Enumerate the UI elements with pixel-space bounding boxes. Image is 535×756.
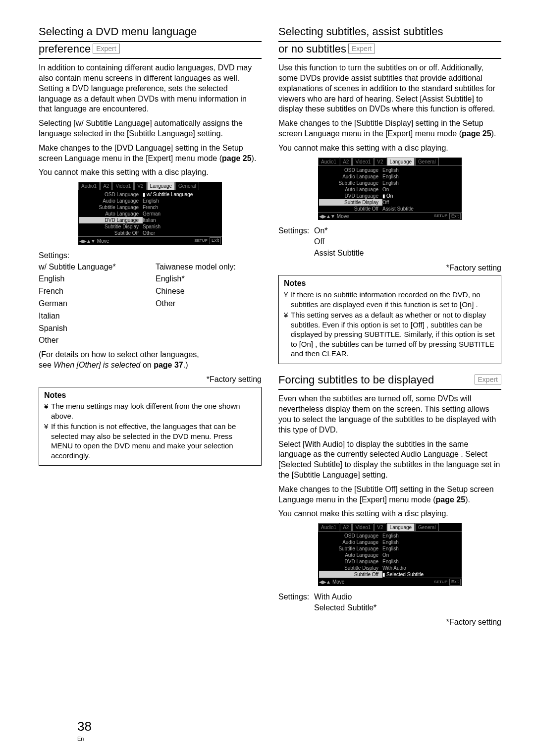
notes-box: Notes ¥ If there is no subtitle informat… (278, 275, 501, 364)
menu-row: Subtitle OffOther (79, 230, 221, 236)
nav-arrows-icon: ◀▶▲▼ (79, 238, 95, 244)
exit-label: Exit (449, 579, 461, 586)
menu-row: Audio LanguageEnglish (319, 173, 461, 180)
note-item: ¥ If this function is not effective, the… (44, 422, 256, 460)
menu-label: Subtitle Language (79, 204, 143, 211)
page-number: 38 (77, 718, 92, 735)
tab: General (175, 182, 199, 190)
menu-value: English (382, 545, 461, 552)
list-item: On* (314, 226, 328, 236)
menu-label: Subtitle Display (319, 565, 382, 571)
menu-value: On (382, 186, 461, 193)
menu-value: German (143, 211, 221, 217)
menu-label: Auto Language (79, 211, 143, 217)
menu-tabs: Audio1 A2 Video1 V2 Language General (318, 523, 462, 532)
menu-row: Auto LanguageOn (319, 552, 461, 558)
expert-badge: Expert (475, 375, 501, 384)
list-item: Assist Subtitle (314, 248, 501, 259)
menu-row: OSD Language▮w/ Subtitle Language (79, 191, 221, 198)
list-col-2: Taiwanese model only: English* Chinese O… (156, 261, 262, 347)
menu-value: English (382, 167, 461, 173)
list-item: With Audio (314, 592, 352, 602)
nav-arrows-icon: ◀▶▲ (319, 579, 330, 585)
menu-label: Subtitle Off (319, 571, 382, 578)
list-item: Other (39, 334, 145, 347)
settings-block: Settings: On* Off Assist Subtitle *Facto… (278, 226, 501, 273)
settings-label: Settings: (278, 592, 314, 602)
tab: A2 (340, 523, 352, 531)
menu-row: OSD LanguageEnglish (319, 533, 461, 539)
menu-label: DVD Language (79, 217, 143, 223)
tab: A2 (100, 182, 112, 190)
list-item: Other (156, 298, 262, 310)
menu-rows: OSD LanguageEnglishAudio LanguageEnglish… (318, 532, 462, 578)
tab-active: Language (387, 158, 415, 165)
note-item: ¥ If there is no subtitle information re… (284, 290, 496, 309)
tab: V2 (374, 523, 386, 531)
notes-title: Notes (44, 390, 256, 401)
nav-arrows-icon: ◀▶▲▼ (319, 213, 335, 219)
menu-value: English (382, 558, 461, 565)
list-col-1: w/ Subtitle Language* English French Ger… (39, 261, 145, 347)
menu-label: Audio Language (79, 198, 143, 204)
tab: V2 (134, 182, 146, 190)
list-header: Taiwanese model only: (156, 261, 262, 273)
tab-active: Language (147, 182, 175, 190)
heading-text: Selecting a DVD menu language (39, 25, 197, 39)
settings-block: Settings: With Audio Selected Subtitle* … (278, 592, 501, 628)
menu-value: English (382, 539, 461, 545)
bullet-icon: ¥ (44, 422, 51, 460)
menu-footer: ◀▶▲▼ Move SETUP Exit (78, 236, 222, 245)
expert-badge: Expert (93, 44, 119, 54)
setup-label: SETUP (434, 580, 447, 585)
pointer-icon: ▮ (382, 572, 385, 577)
bullet-icon: ¥ (284, 290, 291, 309)
right-column: Selecting subtitles, assist subtitles or… (278, 25, 501, 628)
menu-row: DVD LanguageItalian (79, 217, 221, 223)
menu-row: Auto LanguageGerman (79, 211, 221, 217)
para: Selecting [w/ Subtitle Language] automat… (39, 118, 262, 139)
menu-rows: OSD LanguageEnglishAudio LanguageEnglish… (318, 166, 462, 212)
menu-footer: ◀▶▲▼ Move SETUP Exit (318, 212, 462, 220)
menu-label: Auto Language (319, 552, 382, 558)
menu-row: Subtitle DisplayWith Audio (319, 565, 461, 571)
menu-label: DVD Language (319, 193, 382, 199)
factory-note: *Factory setting (278, 617, 501, 628)
tab: V2 (374, 158, 386, 165)
para: Even when the subtitles are turned off, … (278, 394, 501, 435)
details-line: (For details on how to select other lang… (39, 350, 262, 371)
menu-row: Subtitle Off▮Selected Subtitle (319, 571, 461, 578)
menu-value: On (382, 552, 461, 558)
notes-box: Notes ¥ The menu settings may look diffe… (39, 387, 262, 466)
menu-label: Subtitle Off (79, 230, 143, 236)
right2-heading: Forcing subtitles to be displayed (278, 373, 434, 387)
menu-label: Subtitle Off (319, 206, 382, 212)
menu-row: Subtitle LanguageEnglish (319, 545, 461, 552)
tab: Audio1 (318, 158, 339, 165)
setup-label: SETUP (194, 238, 208, 243)
menu-value: ▮Selected Subtitle (382, 571, 461, 578)
exit-label: Exit (449, 213, 461, 220)
tab: Video1 (352, 523, 374, 531)
menu-row: DVD Language▮On (319, 193, 461, 199)
para: You cannot make this setting with a disc… (39, 167, 262, 178)
menu-label: OSD Language (319, 533, 382, 539)
para: You cannot make this setting with a disc… (278, 143, 501, 154)
menu-label: Subtitle Language (319, 545, 382, 552)
list-item: English* (156, 273, 262, 285)
right1-heading: Selecting subtitles, assist subtitles (278, 25, 501, 42)
para: You cannot make this setting with a disc… (278, 509, 501, 519)
list-item: Spanish (39, 323, 145, 335)
menu-value: Italian (143, 217, 221, 223)
para: Use this function to turn the subtitles … (278, 63, 501, 114)
move-label: Move (332, 579, 434, 585)
bullet-icon: ¥ (44, 401, 51, 421)
settings-label: Settings: (278, 226, 314, 236)
heading-sub: or no subtitles (278, 42, 346, 56)
left-heading: Selecting a DVD menu language (39, 25, 262, 42)
expert-badge: Expert (348, 44, 375, 54)
note-item: ¥ This setting serves as a default as wh… (284, 310, 496, 359)
menu-label: Auto Language (319, 186, 382, 193)
menu-value: English (382, 180, 461, 186)
setup-menu-3: Audio1 A2 Video1 V2 Language General OSD… (318, 523, 462, 586)
